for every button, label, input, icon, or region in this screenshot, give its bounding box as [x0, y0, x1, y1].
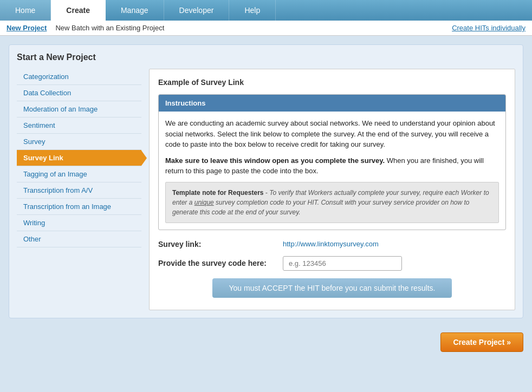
submit-area: You must ACCEPT the HIT before you can s… [158, 278, 506, 298]
sidebar-item-transcription-av[interactable]: Transcription from A/V [17, 182, 141, 199]
survey-link-label: Survey link: [158, 240, 283, 249]
create-project-button[interactable]: Create Project » [440, 332, 523, 352]
sidebar-item-writing[interactable]: Writing [17, 215, 141, 231]
preview-box: Instructions We are conducting an academ… [158, 94, 506, 230]
nav-create[interactable]: Create [51, 0, 106, 21]
survey-code-input[interactable] [283, 256, 402, 271]
sidebar-item-tagging[interactable]: Tagging of an Image [17, 166, 141, 182]
sidebar-item-categorization[interactable]: Categorization [17, 69, 141, 85]
right-panel: Example of Survey Link Instructions We a… [149, 69, 515, 310]
instructions-p1: We are conducting an academic survey abo… [165, 118, 499, 150]
sub-navigation: New Project New Batch with an Existing P… [0, 21, 532, 36]
top-navigation: Home Create Manage Developer Help [0, 0, 532, 21]
sidebar-item-transcription-image[interactable]: Transcription from an Image [17, 199, 141, 215]
template-note-unique: unique [194, 199, 214, 206]
instructions-header: Instructions [159, 95, 505, 112]
nav-help[interactable]: Help [229, 0, 276, 21]
sidebar-item-survey[interactable]: Survey [17, 134, 141, 150]
main-container: Start a New Project Categorization Data … [0, 36, 532, 327]
survey-code-label: Provide the survey code here: [158, 259, 283, 267]
subnav-create-hits[interactable]: Create HITs individually [452, 24, 525, 32]
page-title: Start a New Project [17, 53, 515, 62]
footer-bar: Create Project » [0, 327, 532, 357]
instructions-p2-bold: Make sure to leave this window open as y… [165, 156, 385, 165]
survey-link-value[interactable]: http://www.linktomysurvey.com [283, 240, 379, 248]
project-box: Start a New Project Categorization Data … [9, 44, 523, 318]
sidebar-item-sentiment[interactable]: Sentiment [17, 117, 141, 134]
nav-home[interactable]: Home [0, 0, 51, 21]
sidebar-item-other[interactable]: Other [17, 231, 141, 247]
template-note: Template note for Requesters - To verify… [165, 182, 499, 223]
instructions-p2: Make sure to leave this window open as y… [165, 155, 499, 177]
sidebar-item-survey-link[interactable]: Survey Link [17, 150, 141, 166]
instructions-body: We are conducting an academic survey abo… [159, 112, 505, 230]
nav-manage[interactable]: Manage [106, 0, 164, 21]
submit-button: You must ACCEPT the HIT before you can s… [212, 278, 451, 298]
survey-code-row: Provide the survey code here: [158, 256, 506, 271]
project-content: Categorization Data Collection Moderatio… [17, 69, 515, 310]
subnav-new-project[interactable]: New Project [7, 24, 47, 32]
sidebar: Categorization Data Collection Moderatio… [17, 69, 141, 310]
sidebar-item-data-collection[interactable]: Data Collection [17, 85, 141, 101]
nav-developer[interactable]: Developer [164, 0, 230, 21]
sidebar-item-moderation[interactable]: Moderation of an Image [17, 101, 141, 117]
subnav-new-batch[interactable]: New Batch with an Existing Project [55, 24, 164, 32]
panel-title: Example of Survey Link [158, 78, 506, 87]
survey-link-row: Survey link: http://www.linktomysurvey.c… [158, 240, 506, 249]
template-note-text2: survey completion code to your HIT. Cons… [172, 199, 470, 216]
template-note-bold: Template note for Requesters [172, 189, 263, 197]
